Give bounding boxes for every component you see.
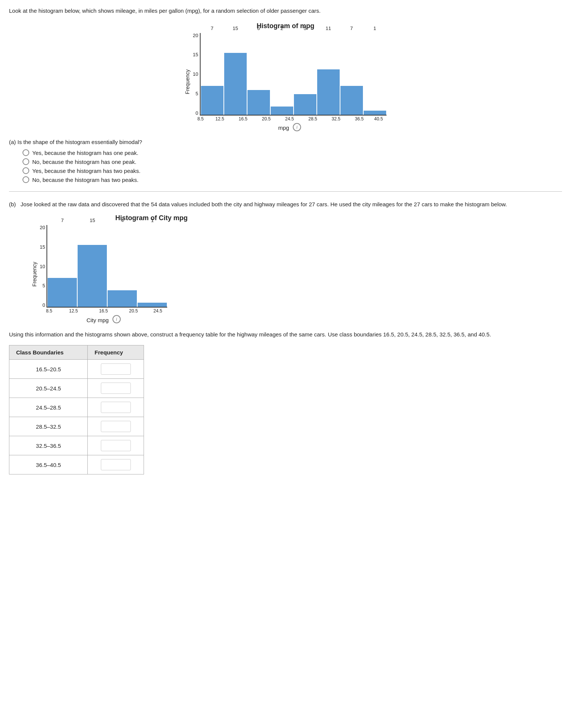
bar2-2 xyxy=(108,290,137,307)
bar-0 xyxy=(201,86,223,115)
radio-option-3[interactable]: No, because the histogram has two peaks. xyxy=(22,176,562,183)
x2-tick-2: 16.5 xyxy=(88,308,118,314)
class-boundary-cell-4: 32.5–36.5 xyxy=(9,436,88,455)
histogram2-container: Histogram of City mpg Frequency 0 5 10 1… xyxy=(9,214,271,323)
histogram2-y-label: Frequency xyxy=(31,262,37,287)
table-row-0: 16.5–20.5 xyxy=(9,360,144,379)
histogram2-bars-row: 71541 xyxy=(46,225,167,308)
bar-4 xyxy=(294,94,316,115)
x-tick-5: 28.5 xyxy=(301,116,324,122)
radio-option-0[interactable]: Yes, because the histogram has one peak. xyxy=(22,149,562,156)
intro-text: Look at the histogram below, which shows… xyxy=(9,7,562,15)
bar-label-7: 1 xyxy=(363,26,387,111)
bar-1 xyxy=(224,53,247,115)
bar2-group-0: 7 xyxy=(47,224,77,307)
y2-tick-20: 20 xyxy=(40,225,45,230)
radio-option-1[interactable]: No, because the histogram has one peak. xyxy=(22,158,562,165)
radio-label-1: No, because the histogram has one peak. xyxy=(32,159,136,165)
frequency-cell-3 xyxy=(88,417,144,436)
x-tick-2: 16.5 xyxy=(231,116,255,122)
section-b-section: (b) Jose looked at the raw data and disc… xyxy=(9,200,562,474)
x-tick-7: 36.5 xyxy=(348,116,371,122)
bar-label-6: 7 xyxy=(340,26,363,86)
histogram1-bars-and-yaxis: 0 5 10 15 20 7156251171 xyxy=(193,33,386,116)
section-b-label: (b) xyxy=(9,201,16,207)
histogram1-bars-row: 7156251171 xyxy=(200,33,387,116)
frequency-cell-2 xyxy=(88,398,144,417)
histogram1-chart-and-xaxis: 0 5 10 15 20 7156251171 8.512.516.520.52… xyxy=(193,33,386,131)
bar2-0 xyxy=(48,278,77,307)
histogram1-x-ticks: 8.512.516.520.524.528.532.536.540.5 xyxy=(193,116,386,122)
class-boundary-cell-0: 16.5–20.5 xyxy=(9,360,88,379)
bar2-1 xyxy=(78,245,107,307)
class-boundary-cell-5: 36.5–40.5 xyxy=(9,455,88,474)
frequency-input-2[interactable] xyxy=(101,402,131,413)
histogram2-info-icon[interactable]: i xyxy=(112,315,121,323)
class-boundary-cell-3: 28.5–32.5 xyxy=(9,417,88,436)
radio-label-2: Yes, because the histogram has two peaks… xyxy=(32,168,141,174)
bar-group-1: 15 xyxy=(224,32,247,115)
y2-tick-0: 0 xyxy=(40,303,45,308)
frequency-input-5[interactable] xyxy=(101,459,131,470)
histogram2-x-label: City mpg xyxy=(87,317,109,323)
frequency-input-1[interactable] xyxy=(101,383,131,394)
radio-circle-0[interactable] xyxy=(22,149,29,156)
bar2-group-1: 15 xyxy=(77,224,107,307)
frequency-input-3[interactable] xyxy=(101,421,131,432)
table-row-2: 24.5–28.5 xyxy=(9,398,144,417)
frequency-input-4[interactable] xyxy=(101,440,131,451)
bar2-group-3: 1 xyxy=(137,224,167,307)
radio-circle-2[interactable] xyxy=(22,167,29,174)
bar-2 xyxy=(247,90,270,115)
x-tick-8: 40.5 xyxy=(371,116,386,122)
bar-7 xyxy=(364,111,386,115)
class-boundary-cell-2: 24.5–28.5 xyxy=(9,398,88,417)
table-row-5: 36.5–40.5 xyxy=(9,455,144,474)
x-tick-0: 8.5 xyxy=(193,116,208,122)
bar-label-4: 5 xyxy=(294,26,317,94)
y2-tick-5: 5 xyxy=(40,283,45,288)
frequency-cell-1 xyxy=(88,379,144,398)
y-tick-5: 5 xyxy=(193,91,198,96)
histogram2-chart-and-xaxis: 0 5 10 15 20 71541 8.512.516.520.524.5 C… xyxy=(40,225,167,323)
histogram1-info-icon[interactable]: i xyxy=(293,123,301,131)
y-tick-15: 15 xyxy=(193,52,198,57)
x2-tick-0: 8.5 xyxy=(40,308,58,314)
frequency-cell-4 xyxy=(88,436,144,455)
table-row-3: 28.5–32.5 xyxy=(9,417,144,436)
section-b-text: (b) Jose looked at the raw data and disc… xyxy=(9,200,562,209)
histogram1-chart-area: Frequency 0 5 10 15 20 7156251171 8.512.… xyxy=(184,33,386,131)
table-row-4: 32.5–36.5 xyxy=(9,436,144,455)
bar2-3 xyxy=(138,303,167,307)
radio-circle-1[interactable] xyxy=(22,158,29,165)
x-tick-6: 32.5 xyxy=(324,116,348,122)
frequency-input-0[interactable] xyxy=(101,363,131,375)
bar-group-6: 7 xyxy=(340,32,363,115)
bar-group-0: 7 xyxy=(201,32,224,115)
bar2-label-3: 1 xyxy=(137,218,167,303)
col1-header: Class Boundaries xyxy=(9,345,88,360)
frequency-table: Class Boundaries Frequency 16.5–20.520.5… xyxy=(9,345,144,474)
radio-option-2[interactable]: Yes, because the histogram has two peaks… xyxy=(22,167,562,174)
histogram2-x-ticks: 8.512.516.520.524.5 xyxy=(40,308,167,314)
x-tick-4: 24.5 xyxy=(278,116,301,122)
y2-tick-15: 15 xyxy=(40,245,45,249)
construct-text: Using this information and the histogram… xyxy=(9,330,562,339)
radio-circle-3[interactable] xyxy=(22,176,29,183)
table-row-1: 20.5–24.5 xyxy=(9,379,144,398)
histogram2-chart-area: Frequency 0 5 10 15 20 71541 8.512.516.5… xyxy=(31,225,167,323)
section-b-content: Jose looked at the raw data and discover… xyxy=(21,201,507,207)
bar-label-3: 2 xyxy=(270,26,294,107)
bar-group-5: 11 xyxy=(317,32,340,115)
frequency-cell-0 xyxy=(88,360,144,379)
question-a-section: (a) Is the shape of the histogram essent… xyxy=(9,138,562,183)
bar-group-7: 1 xyxy=(363,32,387,115)
x2-tick-3: 20.5 xyxy=(118,308,148,314)
histogram1-x-label: mpg xyxy=(278,125,289,131)
histogram1-y-label: Frequency xyxy=(184,69,190,94)
x-tick-3: 20.5 xyxy=(255,116,278,122)
question-a-label: (a) Is the shape of the histogram essent… xyxy=(9,138,562,147)
histogram1-y-axis: 0 5 10 15 20 xyxy=(193,33,198,116)
bar-label-2: 6 xyxy=(247,26,270,90)
bar2-group-2: 4 xyxy=(107,224,137,307)
